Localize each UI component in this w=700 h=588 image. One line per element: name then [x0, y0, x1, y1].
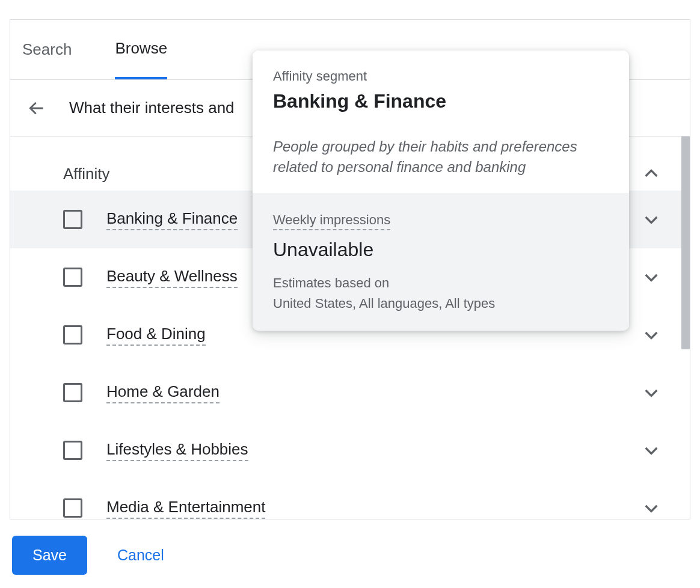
list-row[interactable]: Media & Entertainment	[10, 479, 690, 519]
popover-description: People grouped by their habits and prefe…	[273, 136, 609, 177]
chevron-down-icon	[642, 383, 661, 402]
row-label: Banking & Finance	[106, 209, 238, 230]
popover-top: Affinity segment Banking & Finance Peopl…	[253, 51, 629, 194]
chevron-down-icon	[642, 498, 661, 518]
row-label: Media & Entertainment	[106, 498, 265, 519]
save-button[interactable]: Save	[12, 536, 87, 575]
popover-title: Banking & Finance	[273, 90, 609, 112]
chevron-down-icon	[642, 325, 661, 345]
checkbox[interactable]	[63, 210, 82, 229]
impressions-value: Unavailable	[273, 239, 609, 261]
list-row[interactable]: Home & Garden	[10, 364, 690, 421]
back-arrow-icon[interactable]	[27, 99, 46, 118]
breadcrumb: What their interests and	[69, 99, 235, 117]
segment-popover: Affinity segment Banking & Finance Peopl…	[253, 51, 629, 331]
footer: Save Cancel	[0, 522, 700, 588]
scrollbar-thumb[interactable]	[681, 136, 690, 349]
checkbox[interactable]	[63, 325, 82, 345]
checkbox[interactable]	[63, 268, 82, 287]
section-title: Affinity	[37, 160, 110, 183]
tab-browse[interactable]: Browse	[115, 20, 167, 79]
checkbox[interactable]	[63, 383, 82, 402]
impressions-label: Weekly impressions	[273, 212, 390, 230]
row-label: Home & Garden	[106, 382, 220, 403]
scrollbar-track[interactable]	[681, 136, 690, 519]
chevron-down-icon	[642, 441, 661, 460]
list-row[interactable]: Lifestyles & Hobbies	[10, 421, 690, 479]
chevron-up-icon	[642, 164, 661, 183]
checkbox[interactable]	[63, 441, 82, 460]
chevron-down-icon	[642, 210, 661, 229]
estimates-value: United States, All languages, All types	[273, 296, 609, 311]
row-label: Lifestyles & Hobbies	[106, 440, 248, 461]
tab-search[interactable]: Search	[22, 20, 72, 79]
popover-eyebrow: Affinity segment	[273, 69, 609, 84]
estimates-label: Estimates based on	[273, 275, 609, 291]
row-label: Food & Dining	[106, 325, 206, 346]
cancel-button[interactable]: Cancel	[117, 547, 164, 564]
row-label: Beauty & Wellness	[106, 267, 238, 288]
popover-bottom: Weekly impressions Unavailable Estimates…	[253, 194, 629, 331]
chevron-down-icon	[642, 268, 661, 287]
checkbox[interactable]	[63, 498, 82, 518]
